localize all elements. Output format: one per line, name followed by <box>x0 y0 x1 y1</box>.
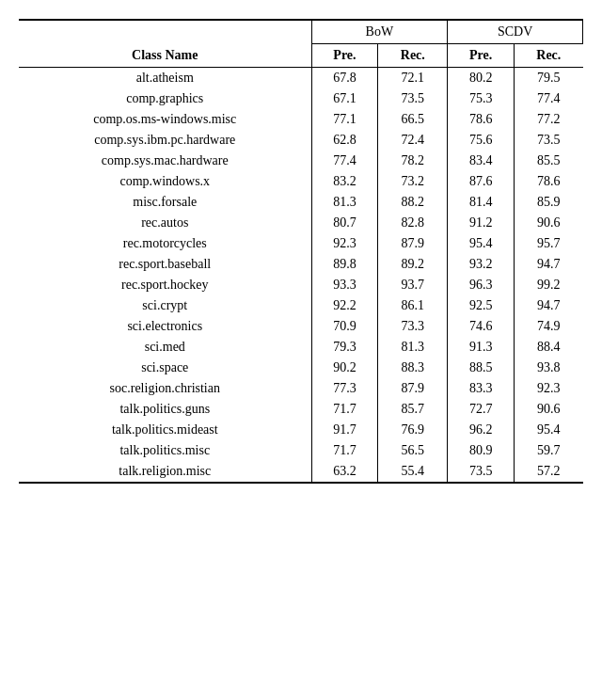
class-name-cell: comp.os.ms-windows.misc <box>19 109 311 130</box>
class-name-cell: comp.windows.x <box>19 171 311 192</box>
bow-pre-cell: 93.3 <box>311 275 378 295</box>
bow-pre-cell: 63.2 <box>311 461 378 483</box>
scdv-rec-cell: 95.4 <box>515 420 583 440</box>
table-row: comp.os.ms-windows.misc77.166.578.677.2 <box>19 109 583 130</box>
bow-rec-header: Rec. <box>378 44 448 68</box>
table-row: rec.autos80.782.891.290.6 <box>19 213 583 233</box>
scdv-rec-cell: 90.6 <box>515 213 583 233</box>
bow-rec-cell: 73.2 <box>378 171 448 192</box>
class-name-cell: talk.politics.misc <box>19 440 311 461</box>
table-row: talk.religion.misc63.255.473.557.2 <box>19 461 583 483</box>
scdv-rec-cell: 94.7 <box>515 254 583 275</box>
scdv-pre-cell: 75.6 <box>448 130 515 151</box>
class-name-cell: comp.graphics <box>19 88 311 109</box>
table-row: comp.sys.mac.hardware77.478.283.485.5 <box>19 151 583 171</box>
scdv-pre-cell: 95.4 <box>448 233 515 254</box>
class-name-cell: sci.electronics <box>19 316 311 337</box>
bow-rec-cell: 88.3 <box>378 358 448 378</box>
table-row: rec.motorcycles92.387.995.495.7 <box>19 233 583 254</box>
bow-pre-header: Pre. <box>311 44 378 68</box>
class-name-cell: talk.religion.misc <box>19 461 311 483</box>
class-name-header: Class Name <box>19 44 311 68</box>
scdv-rec-cell: 90.6 <box>515 399 583 420</box>
class-name-cell: sci.space <box>19 358 311 378</box>
scdv-pre-cell: 92.5 <box>448 295 515 316</box>
scdv-pre-cell: 81.4 <box>448 192 515 213</box>
scdv-rec-cell: 92.3 <box>515 378 583 399</box>
scdv-rec-header: Rec. <box>515 44 583 68</box>
scdv-pre-cell: 74.6 <box>448 316 515 337</box>
bow-rec-cell: 88.2 <box>378 192 448 213</box>
bow-rec-cell: 66.5 <box>378 109 448 130</box>
scdv-pre-header: Pre. <box>448 44 515 68</box>
table-row: rec.sport.hockey93.393.796.399.2 <box>19 275 583 295</box>
bow-rec-cell: 89.2 <box>378 254 448 275</box>
bow-pre-cell: 92.3 <box>311 233 378 254</box>
scdv-rec-cell: 94.7 <box>515 295 583 316</box>
scdv-rec-cell: 99.2 <box>515 275 583 295</box>
bow-rec-cell: 55.4 <box>378 461 448 483</box>
bow-rec-cell: 56.5 <box>378 440 448 461</box>
scdv-rec-cell: 73.5 <box>515 130 583 151</box>
table-row: talk.politics.guns71.785.772.790.6 <box>19 399 583 420</box>
class-name-cell: sci.crypt <box>19 295 311 316</box>
bow-rec-cell: 78.2 <box>378 151 448 171</box>
scdv-pre-cell: 91.2 <box>448 213 515 233</box>
scdv-rec-cell: 77.4 <box>515 88 583 109</box>
scdv-rec-cell: 57.2 <box>515 461 583 483</box>
scdv-group-header: SCDV <box>448 20 583 44</box>
scdv-pre-cell: 96.3 <box>448 275 515 295</box>
empty-header <box>19 20 311 44</box>
bow-pre-cell: 62.8 <box>311 130 378 151</box>
results-table: BoW SCDV Class Name Pre. Rec. Pre. Rec. … <box>19 19 583 484</box>
bow-group-header: BoW <box>311 20 448 44</box>
scdv-pre-cell: 78.6 <box>448 109 515 130</box>
class-name-cell: talk.politics.guns <box>19 399 311 420</box>
scdv-rec-cell: 79.5 <box>515 68 583 89</box>
class-name-cell: comp.sys.ibm.pc.hardware <box>19 130 311 151</box>
table-row: sci.electronics70.973.374.674.9 <box>19 316 583 337</box>
scdv-pre-cell: 83.3 <box>448 378 515 399</box>
class-name-cell: misc.forsale <box>19 192 311 213</box>
scdv-rec-cell: 85.9 <box>515 192 583 213</box>
bow-rec-cell: 73.5 <box>378 88 448 109</box>
class-name-cell: rec.motorcycles <box>19 233 311 254</box>
bow-rec-cell: 87.9 <box>378 233 448 254</box>
bow-rec-cell: 73.3 <box>378 316 448 337</box>
table-row: comp.graphics67.173.575.377.4 <box>19 88 583 109</box>
bow-rec-cell: 85.7 <box>378 399 448 420</box>
bow-pre-cell: 81.3 <box>311 192 378 213</box>
bow-pre-cell: 80.7 <box>311 213 378 233</box>
bow-pre-cell: 70.9 <box>311 316 378 337</box>
table-body: alt.atheism67.872.180.279.5comp.graphics… <box>19 68 583 484</box>
table-row: comp.windows.x83.273.287.678.6 <box>19 171 583 192</box>
scdv-rec-cell: 93.8 <box>515 358 583 378</box>
class-name-cell: sci.med <box>19 337 311 358</box>
table-row: sci.med79.381.391.388.4 <box>19 337 583 358</box>
bow-rec-cell: 87.9 <box>378 378 448 399</box>
bow-rec-cell: 81.3 <box>378 337 448 358</box>
bow-pre-cell: 71.7 <box>311 399 378 420</box>
scdv-pre-cell: 87.6 <box>448 171 515 192</box>
class-name-cell: rec.sport.baseball <box>19 254 311 275</box>
scdv-rec-cell: 88.4 <box>515 337 583 358</box>
bow-pre-cell: 91.7 <box>311 420 378 440</box>
class-name-cell: talk.politics.mideast <box>19 420 311 440</box>
scdv-rec-cell: 95.7 <box>515 233 583 254</box>
bow-pre-cell: 92.2 <box>311 295 378 316</box>
table-row: talk.politics.misc71.756.580.959.7 <box>19 440 583 461</box>
table-row: soc.religion.christian77.387.983.392.3 <box>19 378 583 399</box>
table-row: talk.politics.mideast91.776.996.295.4 <box>19 420 583 440</box>
scdv-pre-cell: 91.3 <box>448 337 515 358</box>
scdv-rec-cell: 59.7 <box>515 440 583 461</box>
table-row: rec.sport.baseball89.889.293.294.7 <box>19 254 583 275</box>
class-name-cell: comp.sys.mac.hardware <box>19 151 311 171</box>
bow-rec-cell: 82.8 <box>378 213 448 233</box>
scdv-pre-cell: 88.5 <box>448 358 515 378</box>
scdv-pre-cell: 93.2 <box>448 254 515 275</box>
scdv-rec-cell: 78.6 <box>515 171 583 192</box>
header-row-groups: BoW SCDV <box>19 20 583 44</box>
table-row: alt.atheism67.872.180.279.5 <box>19 68 583 89</box>
bow-pre-cell: 79.3 <box>311 337 378 358</box>
bow-pre-cell: 67.1 <box>311 88 378 109</box>
